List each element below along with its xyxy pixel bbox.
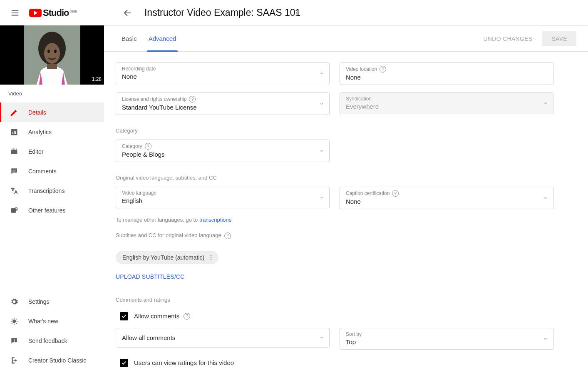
field-value: None: [346, 74, 547, 81]
sidebar-item-send-feedback[interactable]: Send feedback: [0, 331, 104, 350]
back-arrow-icon[interactable]: [119, 5, 136, 21]
tab-basic[interactable]: Basic: [116, 26, 143, 52]
sidebar-item-comments[interactable]: Comments: [0, 161, 104, 181]
svg-rect-15: [13, 148, 14, 150]
svg-point-6: [47, 50, 50, 53]
field-label: Syndication: [346, 96, 547, 102]
video-location-field[interactable]: Video location? None: [340, 62, 553, 85]
field-label: Sort by: [346, 331, 547, 337]
thumbnail-duration: 1:28: [92, 76, 102, 82]
sidebar-item-other-features[interactable]: Other features: [0, 200, 104, 220]
field-value: Top: [346, 338, 547, 345]
chevron-down-icon: [319, 335, 324, 340]
sidebar-item-label: Settings: [28, 298, 50, 305]
feedback-icon: [9, 336, 19, 346]
video-language-field[interactable]: Video language English: [116, 187, 330, 208]
allow-comments-checkbox[interactable]: [120, 312, 128, 320]
transcriptions-hint: To manage other languages, go to transcr…: [116, 217, 576, 223]
category-field[interactable]: Category? People & Blogs: [116, 140, 330, 162]
chevron-down-icon: [319, 195, 324, 200]
svg-point-2: [296, 15, 297, 16]
svg-rect-24: [14, 341, 15, 342]
sidebar-heading: Video: [0, 85, 104, 102]
svg-rect-13: [11, 150, 17, 154]
svg-rect-8: [47, 64, 57, 69]
sidebar-item-label: What's new: [28, 318, 58, 325]
chevron-down-icon: [543, 195, 548, 200]
sidebar-item-details[interactable]: Details: [0, 102, 104, 122]
subtitle-chip[interactable]: English by YouTube (automatic): [116, 251, 218, 264]
help-icon[interactable]: ?: [189, 96, 196, 102]
exit-icon: [9, 355, 19, 365]
field-value: None: [122, 73, 323, 80]
hamburger-menu-icon[interactable]: [7, 5, 23, 21]
section-subtitles-heading: Subtitles and CC for original video lang…: [116, 232, 576, 239]
help-icon[interactable]: ?: [224, 232, 231, 239]
license-field[interactable]: License and rights ownership? Standard Y…: [116, 92, 330, 115]
field-value: Everywhere: [346, 103, 547, 110]
field-value: Allow all comments: [122, 334, 323, 341]
gear-icon: [9, 297, 19, 307]
tab-advanced[interactable]: Advanced: [143, 26, 182, 52]
checkbox-label: Users can view ratings for this video: [134, 359, 234, 366]
svg-rect-12: [15, 131, 16, 134]
help-icon[interactable]: ?: [392, 190, 399, 197]
svg-rect-14: [12, 148, 12, 150]
studio-logo[interactable]: Studio beta: [29, 8, 77, 18]
help-icon[interactable]: ?: [184, 313, 190, 320]
svg-point-25: [211, 255, 211, 256]
sort-by-field[interactable]: Sort by Top: [340, 328, 553, 350]
sidebar-item-analytics[interactable]: Analytics: [0, 122, 104, 142]
video-thumbnail[interactable]: 1:28: [0, 25, 104, 85]
top-header: Studio beta Instructor Video Example: SA…: [0, 0, 588, 25]
svg-point-22: [12, 319, 16, 322]
save-button[interactable]: SAVE: [542, 31, 576, 46]
sidebar: 1:28 Video Details Analytics Editor Comm…: [0, 25, 104, 370]
pencil-icon: [9, 108, 19, 118]
translate-icon: [9, 186, 19, 196]
sidebar-item-label: Details: [28, 109, 46, 116]
kebab-icon[interactable]: [208, 254, 214, 261]
sidebar-item-label: Other features: [28, 207, 66, 214]
sidebar-item-settings[interactable]: Settings: [0, 292, 104, 311]
svg-point-26: [211, 257, 211, 258]
sidebar-item-label: Transcriptions: [28, 188, 65, 194]
field-value: English: [122, 197, 323, 204]
view-ratings-checkbox[interactable]: [120, 359, 128, 367]
help-icon[interactable]: ?: [145, 143, 151, 150]
svg-point-5: [44, 43, 60, 64]
sidebar-item-label: Editor: [28, 148, 44, 155]
sidebar-item-creator-studio-classic[interactable]: Creator Studio Classic: [0, 350, 104, 370]
section-comments-heading: Comments and ratings: [116, 297, 576, 303]
help-icon[interactable]: ?: [380, 66, 386, 72]
upload-subtitles-button[interactable]: UPLOAD SUBTITLES/CC: [116, 273, 185, 280]
field-label: Video location?: [346, 66, 547, 72]
editor-icon: [9, 147, 19, 157]
recording-date-field[interactable]: Recording date None: [116, 62, 330, 84]
sidebar-item-label: Analytics: [28, 129, 52, 135]
svg-point-21: [15, 208, 17, 210]
svg-rect-17: [16, 148, 17, 150]
sidebar-item-whats-new[interactable]: What's new: [0, 311, 104, 331]
other-features-icon: [9, 205, 19, 215]
svg-rect-18: [12, 170, 16, 170]
syndication-field: Syndication Everywhere: [340, 92, 553, 114]
sidebar-item-editor[interactable]: Editor: [0, 142, 104, 161]
section-lang-heading: Original video language, subtitles, and …: [116, 175, 576, 181]
chevron-down-icon: [319, 101, 324, 106]
field-label: Category?: [122, 143, 323, 150]
chevron-down-icon: [543, 336, 548, 341]
sidebar-item-label: Creator Studio Classic: [28, 357, 86, 364]
sidebar-item-transcriptions[interactable]: Transcriptions: [0, 181, 104, 200]
main-content: Basic Advanced UNDO CHANGES SAVE Recordi…: [104, 25, 588, 370]
kebab-menu-icon[interactable]: [288, 5, 305, 21]
checkbox-label: Allow comments?: [134, 312, 190, 320]
comments-filter-field[interactable]: Allow all comments: [116, 328, 330, 348]
caption-certification-field[interactable]: Caption certification? None: [340, 187, 553, 209]
field-value: People & Blogs: [122, 151, 323, 158]
logo-beta: beta: [69, 9, 77, 13]
transcriptions-link[interactable]: transcriptions: [199, 217, 231, 223]
section-category-heading: Category: [116, 128, 576, 134]
undo-changes-button[interactable]: UNDO CHANGES: [478, 32, 538, 45]
field-label: Video language: [122, 190, 323, 196]
